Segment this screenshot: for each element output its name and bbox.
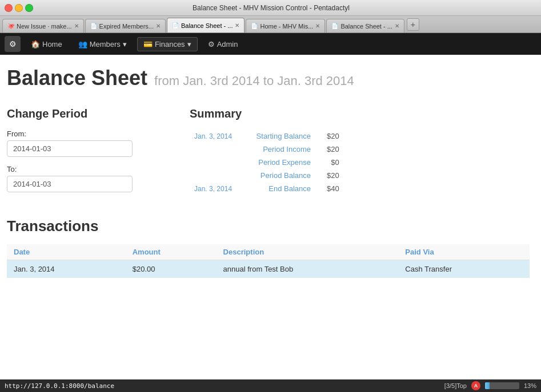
col-header-amount: Amount: [126, 244, 217, 260]
summary-date: [190, 169, 241, 182]
minimize-button[interactable]: [15, 4, 23, 12]
col-header-description: Description: [217, 244, 399, 260]
new-tab-button[interactable]: +: [407, 18, 419, 31]
tab-new-issue[interactable]: 🐙 New Issue · make... ✕: [2, 19, 84, 33]
summary-label: Period Balance: [241, 169, 315, 182]
summary-value: $0: [315, 156, 344, 169]
summary-heading: Summary: [190, 107, 344, 120]
from-label: From:: [7, 130, 144, 138]
tab-close-icon[interactable]: ✕: [156, 23, 161, 29]
summary-label: Starting Balance: [241, 130, 315, 143]
tab-balance-sheet-2[interactable]: 📄 Balance Sheet - ... ✕: [326, 19, 404, 33]
summary-value: $20: [315, 130, 344, 143]
main-content: Balance Sheet from Jan. 3rd 2014 to Jan.…: [0, 55, 541, 374]
tab-label: New Issue · make...: [17, 23, 72, 30]
row-amount: $20.00: [126, 260, 217, 278]
close-button[interactable]: [5, 4, 13, 12]
tab-close-icon[interactable]: ✕: [235, 22, 239, 29]
tab-label: Home - MHV Mis...: [260, 23, 313, 30]
row-paid-via: Cash Transfer: [398, 260, 530, 278]
summary-row: Period Income $20: [190, 143, 344, 156]
nav-finances-label: Finances: [155, 40, 185, 49]
summary-label: Period Expense: [241, 156, 315, 169]
tab-close-icon[interactable]: ✕: [395, 23, 399, 29]
tab-icon: 📄: [172, 22, 179, 29]
nav-members-label: Members: [90, 40, 121, 49]
row-description: annual from Test Bob: [217, 260, 399, 278]
dropdown-arrow-icon: ▾: [123, 40, 127, 49]
change-period-heading: Change Period: [7, 107, 144, 120]
tabs-bar: 🐙 New Issue · make... ✕ 📄 Expired Member…: [0, 16, 541, 33]
summary-value: $20: [315, 143, 344, 156]
tab-label: Balance Sheet - ...: [340, 23, 392, 30]
tab-expired-members[interactable]: 📄 Expired Members... ✕: [85, 19, 166, 33]
summary-section: Summary Jan. 3, 2014 Starting Balance $2…: [190, 107, 344, 200]
summary-value: $20: [315, 169, 344, 182]
admin-icon: ⚙: [208, 40, 215, 49]
tab-close-icon[interactable]: ✕: [315, 23, 320, 29]
navbar: ⚙ 🏠 Home 👥 Members ▾ 💳 Finances ▾ ⚙ Admi…: [0, 33, 541, 55]
maximize-button[interactable]: [25, 4, 33, 12]
transactions-table: DateAmountDescriptionPaid Via Jan. 3, 20…: [7, 244, 530, 278]
summary-date: [190, 143, 241, 156]
tab-close-icon[interactable]: ✕: [74, 23, 79, 29]
tab-icon: 🐙: [7, 23, 14, 29]
summary-row: Period Expense $0: [190, 156, 344, 169]
to-label: To:: [7, 165, 144, 173]
members-icon: 👥: [78, 40, 87, 49]
summary-table: Jan. 3, 2014 Starting Balance $20 Period…: [190, 130, 344, 195]
summary-label: End Balance: [241, 182, 315, 195]
nav-home-label: Home: [42, 40, 62, 49]
transactions-heading: Transactions: [7, 217, 530, 235]
tab-icon: 📄: [251, 23, 258, 29]
summary-value: $40: [315, 182, 344, 195]
col-header-date: Date: [7, 244, 126, 260]
nav-home[interactable]: 🏠 Home: [25, 38, 68, 51]
summary-label: Period Income: [241, 143, 315, 156]
to-date-input[interactable]: [7, 176, 133, 192]
nav-members[interactable]: 👥 Members ▾: [73, 38, 133, 51]
transactions-section: Transactions DateAmountDescriptionPaid V…: [7, 217, 530, 278]
tab-icon: 📄: [90, 23, 97, 29]
change-period-section: Change Period From: To:: [7, 107, 144, 200]
summary-row: Jan. 3, 2014 Starting Balance $20: [190, 130, 344, 143]
logo-icon: ⚙: [9, 39, 17, 49]
window-controls[interactable]: [5, 4, 33, 12]
app-logo: ⚙: [5, 36, 21, 52]
tab-icon: 📄: [331, 23, 338, 29]
dropdown-arrow-icon: ▾: [187, 40, 191, 49]
nav-finances[interactable]: 💳 Finances ▾: [137, 37, 198, 51]
summary-row: Period Balance $20: [190, 169, 344, 182]
page-heading: Balance Sheet from Jan. 3rd 2014 to Jan.…: [7, 66, 530, 90]
nav-admin-label: Admin: [217, 40, 238, 49]
transactions-header-row: DateAmountDescriptionPaid Via: [7, 244, 530, 260]
browser-titlebar: Balance Sheet - MHV Mission Control - Pe…: [0, 0, 541, 16]
row-date: Jan. 3, 2014: [7, 260, 126, 278]
summary-row: Jan. 3, 2014 End Balance $40: [190, 182, 344, 195]
col-header-paid_via: Paid Via: [398, 244, 530, 260]
tab-home[interactable]: 📄 Home - MHV Mis... ✕: [246, 19, 325, 33]
two-column-layout: Change Period From: To: Summary Jan. 3, …: [7, 107, 530, 200]
nav-admin[interactable]: ⚙ Admin: [202, 38, 244, 51]
from-date-input[interactable]: [7, 140, 133, 157]
table-row: Jan. 3, 2014 $20.00 annual from Test Bob…: [7, 260, 530, 278]
summary-date: Jan. 3, 2014: [190, 182, 241, 195]
page-title: Balance Sheet: [7, 66, 147, 90]
home-icon: 🏠: [31, 40, 40, 49]
tab-balance-sheet-active[interactable]: 📄 Balance Sheet - ... ✕: [167, 18, 245, 33]
page-subtitle: from Jan. 3rd 2014 to Jan. 3rd 2014: [154, 74, 354, 88]
finances-icon: 💳: [143, 40, 153, 49]
tab-label: Expired Members...: [99, 23, 154, 30]
window-title: Balance Sheet - MHV Mission Control - Pe…: [33, 4, 509, 12]
tab-label: Balance Sheet - ...: [181, 22, 233, 29]
summary-date: [190, 156, 241, 169]
summary-date: Jan. 3, 2014: [190, 130, 241, 143]
